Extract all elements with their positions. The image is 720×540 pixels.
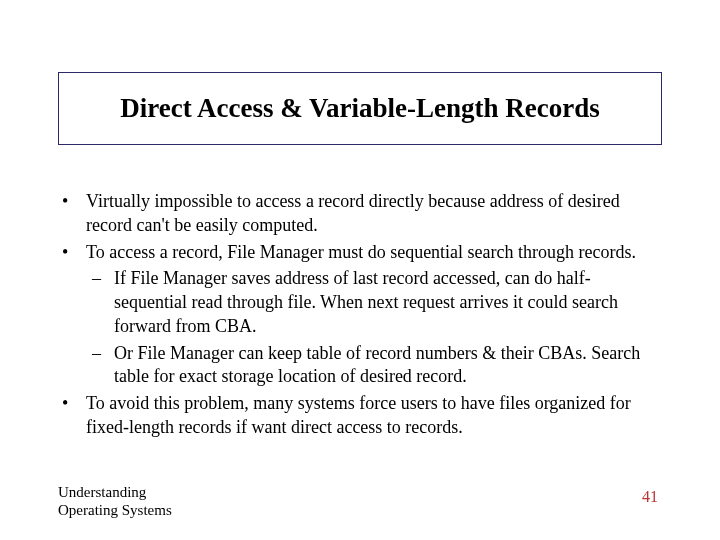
sub-bullet-list: If File Manager saves address of last re… [86, 267, 662, 389]
bullet-item: Virtually impossible to access a record … [58, 190, 662, 238]
slide: Direct Access & Variable-Length Records … [0, 0, 720, 540]
bullet-text: To access a record, File Manager must do… [86, 242, 636, 262]
bullet-item: To access a record, File Manager must do… [58, 241, 662, 390]
sub-bullet-text: If File Manager saves address of last re… [114, 268, 618, 336]
sub-bullet-item: If File Manager saves address of last re… [86, 267, 662, 338]
bullet-text: To avoid this problem, many systems forc… [86, 393, 631, 437]
footer-line2: Operating Systems [58, 501, 172, 520]
footer-line1: Understanding [58, 483, 172, 502]
bullet-text: Virtually impossible to access a record … [86, 191, 620, 235]
page-number: 41 [642, 488, 658, 506]
content-area: Virtually impossible to access a record … [58, 190, 662, 443]
sub-bullet-text: Or File Manager can keep table of record… [114, 343, 640, 387]
footer-source: Understanding Operating Systems [58, 483, 172, 521]
bullet-item: To avoid this problem, many systems forc… [58, 392, 662, 440]
sub-bullet-item: Or File Manager can keep table of record… [86, 342, 662, 390]
bullet-list: Virtually impossible to access a record … [58, 190, 662, 440]
slide-title: Direct Access & Variable-Length Records [71, 93, 649, 124]
title-container: Direct Access & Variable-Length Records [58, 72, 662, 145]
